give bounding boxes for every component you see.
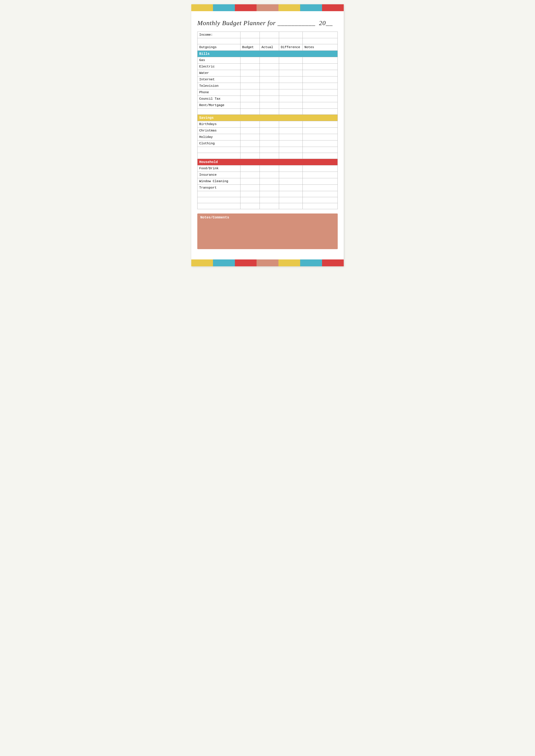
color-bar-top: [191, 4, 344, 11]
household-category-row: Household: [198, 159, 338, 165]
saving-christmas-notes[interactable]: [303, 128, 338, 134]
bill-electric-budget[interactable]: [240, 64, 260, 70]
income-notes[interactable]: [303, 32, 338, 38]
saving-holiday-budget[interactable]: [240, 134, 260, 140]
bill-water-notes[interactable]: [303, 70, 338, 76]
household-window-cleaning-budget[interactable]: [240, 178, 260, 185]
household-food-drink-actual[interactable]: [260, 165, 279, 172]
bill-gas-budget[interactable]: [240, 57, 260, 64]
household-insurance-difference[interactable]: [279, 172, 303, 178]
household-food-drink-notes[interactable]: [303, 165, 338, 172]
bill-television-budget[interactable]: [240, 83, 260, 89]
household-window-cleaning-difference[interactable]: [279, 178, 303, 185]
bill-row-phone: Phone: [198, 89, 338, 96]
bill-phone-budget[interactable]: [240, 89, 260, 96]
bill-rent-mortgage-actual[interactable]: [260, 102, 279, 109]
notes-content[interactable]: [200, 221, 335, 247]
bill-television-actual[interactable]: [260, 83, 279, 89]
saving-holiday-notes[interactable]: [303, 134, 338, 140]
saving-birthdays-difference[interactable]: [279, 121, 303, 128]
bill-water-actual[interactable]: [260, 70, 279, 76]
bill-internet-budget[interactable]: [240, 76, 260, 83]
income-budget[interactable]: [240, 32, 260, 38]
saving-christmas-actual[interactable]: [260, 128, 279, 134]
household-insurance-notes[interactable]: [303, 172, 338, 178]
income-difference[interactable]: [279, 32, 303, 38]
household-row-insurance: Insurance: [198, 172, 338, 178]
bills-category-label: Bills: [198, 51, 338, 57]
bill-water-budget[interactable]: [240, 70, 260, 76]
page-inner: Monthly Budget Planner for ___________ 2…: [191, 11, 344, 259]
bill-rent-mortgage-notes[interactable]: [303, 102, 338, 109]
household-transport-difference[interactable]: [279, 185, 303, 191]
bill-internet-actual[interactable]: [260, 76, 279, 83]
saving-clothing-notes[interactable]: [303, 140, 338, 147]
household-extra-row-2: [198, 197, 338, 203]
household-transport-label: Transport: [198, 185, 240, 191]
bar-teal-2: [300, 4, 322, 11]
bill-television-notes[interactable]: [303, 83, 338, 89]
bill-rent-mortgage-difference[interactable]: [279, 102, 303, 109]
bill-rent-mortgage-budget[interactable]: [240, 102, 260, 109]
bill-phone-actual[interactable]: [260, 89, 279, 96]
household-category-label: Household: [198, 159, 338, 165]
bill-council-tax-budget[interactable]: [240, 96, 260, 102]
income-row: Income:: [198, 32, 338, 38]
saving-holiday-difference[interactable]: [279, 134, 303, 140]
bar-bottom-yellow-1: [191, 259, 213, 266]
household-insurance-budget[interactable]: [240, 172, 260, 178]
household-food-drink-budget[interactable]: [240, 165, 260, 172]
saving-christmas-budget[interactable]: [240, 128, 260, 134]
bill-gas-actual[interactable]: [260, 57, 279, 64]
bill-gas-label: Gas: [198, 57, 240, 64]
bar-yellow-2: [278, 4, 300, 11]
household-food-drink-difference[interactable]: [279, 165, 303, 172]
bar-bottom-red-2: [322, 259, 344, 266]
col-notes: Notes: [303, 44, 338, 51]
col-budget: Budget: [240, 44, 260, 51]
household-transport-budget[interactable]: [240, 185, 260, 191]
bill-gas-notes[interactable]: [303, 57, 338, 64]
household-extra-row-1: [198, 191, 338, 197]
bill-internet-label: Internet: [198, 76, 240, 83]
saving-birthdays-notes[interactable]: [303, 121, 338, 128]
saving-clothing-budget[interactable]: [240, 140, 260, 147]
bill-electric-actual[interactable]: [260, 64, 279, 70]
saving-clothing-difference[interactable]: [279, 140, 303, 147]
col-outgoings: Outgoings: [198, 44, 240, 51]
bill-council-tax-difference[interactable]: [279, 96, 303, 102]
budget-planner-page: Monthly Budget Planner for ___________ 2…: [191, 4, 344, 266]
saving-birthdays-actual[interactable]: [260, 121, 279, 128]
savings-extra-row-1: [198, 147, 338, 153]
spacer-row-2: [198, 109, 338, 115]
household-insurance-actual[interactable]: [260, 172, 279, 178]
bill-internet-difference[interactable]: [279, 76, 303, 83]
bill-row-internet: Internet: [198, 76, 338, 83]
household-window-cleaning-notes[interactable]: [303, 178, 338, 185]
notes-section: Notes/Comments: [197, 214, 338, 249]
saving-holiday-actual[interactable]: [260, 134, 279, 140]
household-row-food-drink: Food/Drink: [198, 165, 338, 172]
bar-salmon-1: [257, 4, 278, 11]
household-transport-notes[interactable]: [303, 185, 338, 191]
bill-gas-difference[interactable]: [279, 57, 303, 64]
bill-council-tax-actual[interactable]: [260, 96, 279, 102]
bill-television-label: Television: [198, 83, 240, 89]
bill-council-tax-notes[interactable]: [303, 96, 338, 102]
household-window-cleaning-actual[interactable]: [260, 178, 279, 185]
bill-phone-difference[interactable]: [279, 89, 303, 96]
bill-television-difference[interactable]: [279, 83, 303, 89]
bill-electric-notes[interactable]: [303, 64, 338, 70]
column-header-row: Outgoings Budget Actual Difference Notes: [198, 44, 338, 51]
saving-birthdays-budget[interactable]: [240, 121, 260, 128]
household-transport-actual[interactable]: [260, 185, 279, 191]
saving-christmas-difference[interactable]: [279, 128, 303, 134]
bill-council-tax-label: Council Tax: [198, 96, 240, 102]
bill-phone-notes[interactable]: [303, 89, 338, 96]
bill-water-difference[interactable]: [279, 70, 303, 76]
bill-electric-difference[interactable]: [279, 64, 303, 70]
saving-clothing-actual[interactable]: [260, 140, 279, 147]
bill-row-rent-mortgage: Rent/Mortgage: [198, 102, 338, 109]
income-actual[interactable]: [260, 32, 279, 38]
bill-internet-notes[interactable]: [303, 76, 338, 83]
